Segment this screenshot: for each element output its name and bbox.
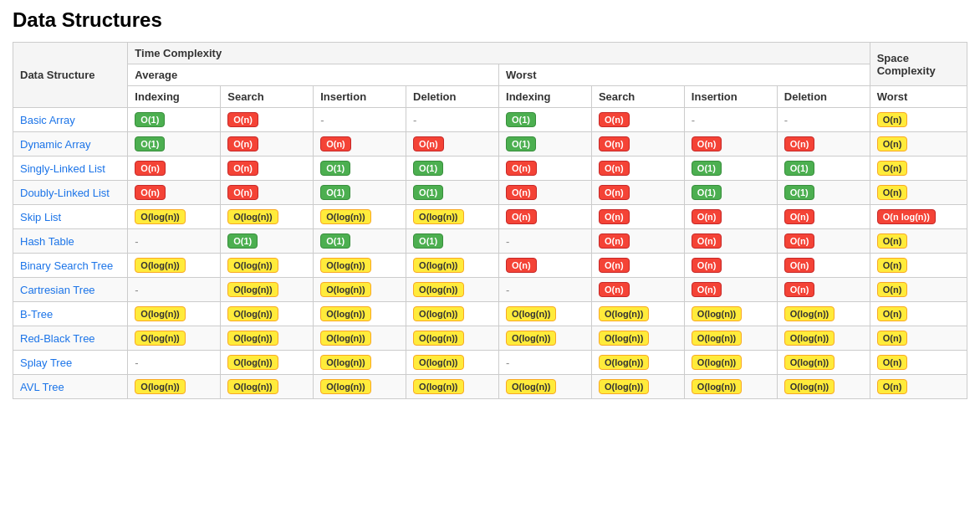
wst-srch-cell: O(log(n)) <box>591 351 684 375</box>
avg-idx-cell: O(n) <box>128 156 221 181</box>
avg-idx-cell: O(1) <box>128 108 221 132</box>
table-row: AVL Tree O(log(n)) O(log(n)) O(log(n)) O… <box>13 375 967 399</box>
ds-name[interactable]: B-Tree <box>13 302 128 326</box>
ds-link[interactable]: Doubly-Linked List <box>20 187 110 199</box>
ds-name[interactable]: AVL Tree <box>13 375 128 399</box>
ds-name[interactable]: Red-Black Tree <box>13 326 128 351</box>
ds-link[interactable]: AVL Tree <box>20 381 64 393</box>
data-structures-table: Data Structure Time Complexity Space Com… <box>13 42 967 399</box>
space-cell: O(n) <box>870 254 967 278</box>
ds-name[interactable]: Basic Array <box>13 108 128 132</box>
dash-value: - <box>135 284 138 296</box>
avg-idx-cell: O(log(n)) <box>128 326 221 351</box>
wst-ins-cell: O(log(n)) <box>684 302 777 326</box>
space-cell: O(n) <box>870 326 967 351</box>
col-header-wst-del: Deletion <box>777 86 870 108</box>
complexity-badge: O(n) <box>506 209 537 224</box>
avg-srch-cell: O(1) <box>221 229 314 254</box>
ds-link[interactable]: Binary Search Tree <box>20 259 113 272</box>
wst-ins-cell: O(n) <box>684 132 777 156</box>
complexity-badge: O(n) <box>227 136 258 151</box>
avg-idx-cell: O(log(n)) <box>128 302 221 326</box>
ds-name[interactable]: Cartresian Tree <box>13 278 128 302</box>
complexity-badge: O(n) <box>599 258 630 273</box>
complexity-badge: O(log(n)) <box>320 209 370 224</box>
wst-del-cell: O(n) <box>777 205 870 229</box>
complexity-badge: O(log(n)) <box>227 306 278 321</box>
wst-del-cell: O(log(n)) <box>777 351 870 375</box>
ds-link[interactable]: Splay Tree <box>20 357 72 369</box>
complexity-badge: O(log(n)) <box>413 331 463 346</box>
complexity-badge: O(n) <box>692 258 722 273</box>
ds-link[interactable]: Skip List <box>20 211 61 223</box>
complexity-badge: O(log(n)) <box>784 379 835 394</box>
avg-ins-cell: O(log(n)) <box>314 205 406 229</box>
avg-srch-cell: O(n) <box>221 181 314 205</box>
complexity-badge: O(n) <box>692 282 722 297</box>
space-cell: O(n log(n)) <box>870 205 967 229</box>
wst-srch-cell: O(n) <box>591 254 684 278</box>
avg-ins-cell: O(1) <box>314 229 406 254</box>
space-cell: O(n) <box>870 181 967 205</box>
col-header-avg-ins: Insertion <box>314 86 406 108</box>
table-row: B-Tree O(log(n)) O(log(n)) O(log(n)) O(l… <box>13 302 967 326</box>
complexity-badge: O(log(n)) <box>506 331 556 346</box>
col-header-worst-time: Worst <box>499 64 870 86</box>
ds-name[interactable]: Hash Table <box>13 229 128 254</box>
wst-idx-cell: O(log(n)) <box>499 375 592 399</box>
complexity-badge: O(n) <box>506 161 537 176</box>
complexity-badge: O(log(n)) <box>599 355 649 370</box>
complexity-badge: O(n) <box>784 209 815 224</box>
complexity-badge: O(n log(n)) <box>877 209 936 224</box>
complexity-badge: O(log(n)) <box>599 306 649 321</box>
complexity-badge: O(n) <box>227 112 258 127</box>
ds-name[interactable]: Dynamic Array <box>13 132 128 156</box>
complexity-badge: O(n) <box>599 233 630 249</box>
avg-idx-cell: O(log(n)) <box>128 254 221 278</box>
wst-idx-cell: O(n) <box>499 205 592 229</box>
complexity-badge: O(n) <box>877 379 908 394</box>
avg-srch-cell: O(log(n)) <box>221 254 314 278</box>
ds-name[interactable]: Splay Tree <box>13 351 128 375</box>
complexity-badge: O(log(n)) <box>320 379 370 394</box>
ds-name[interactable]: Doubly-Linked List <box>13 181 128 205</box>
complexity-badge: O(n) <box>784 233 815 249</box>
ds-link[interactable]: Dynamic Array <box>20 138 91 151</box>
complexity-badge: O(log(n)) <box>135 331 185 346</box>
complexity-badge: O(log(n)) <box>320 306 370 321</box>
avg-del-cell: - <box>406 108 499 132</box>
complexity-badge: O(1) <box>692 185 722 200</box>
ds-link[interactable]: Red-Black Tree <box>20 332 95 345</box>
avg-srch-cell: O(n) <box>221 132 314 156</box>
dash-value: - <box>135 235 138 248</box>
complexity-badge: O(log(n)) <box>320 355 370 370</box>
wst-srch-cell: O(n) <box>591 278 684 302</box>
wst-ins-cell: O(1) <box>684 156 777 181</box>
wst-ins-cell: O(log(n)) <box>684 326 777 351</box>
wst-del-cell: O(n) <box>777 254 870 278</box>
ds-link[interactable]: Basic Array <box>20 114 75 126</box>
ds-link[interactable]: Singly-Linked List <box>20 162 105 175</box>
wst-ins-cell: - <box>684 108 777 132</box>
ds-name[interactable]: Binary Search Tree <box>13 254 128 278</box>
ds-link[interactable]: B-Tree <box>20 308 53 321</box>
complexity-badge: O(log(n)) <box>413 258 463 273</box>
complexity-badge: O(log(n)) <box>692 331 742 346</box>
ds-link[interactable]: Hash Table <box>20 235 74 248</box>
complexity-badge: O(n) <box>784 136 815 151</box>
complexity-badge: O(n) <box>599 161 630 176</box>
complexity-badge: O(1) <box>506 112 536 127</box>
avg-srch-cell: O(log(n)) <box>221 375 314 399</box>
table-row: Cartresian Tree - O(log(n)) O(log(n)) O(… <box>13 278 967 302</box>
complexity-badge: O(log(n)) <box>227 355 278 370</box>
space-cell: O(n) <box>870 156 967 181</box>
wst-del-cell: O(log(n)) <box>777 375 870 399</box>
complexity-badge: O(log(n)) <box>413 306 463 321</box>
complexity-badge: O(n) <box>320 136 351 151</box>
col-header-wst-srch: Search <box>591 86 684 108</box>
ds-name[interactable]: Singly-Linked List <box>13 156 128 181</box>
complexity-badge: O(log(n)) <box>784 331 835 346</box>
ds-link[interactable]: Cartresian Tree <box>20 284 95 296</box>
ds-name[interactable]: Skip List <box>13 205 128 229</box>
complexity-badge: O(n) <box>877 306 908 321</box>
